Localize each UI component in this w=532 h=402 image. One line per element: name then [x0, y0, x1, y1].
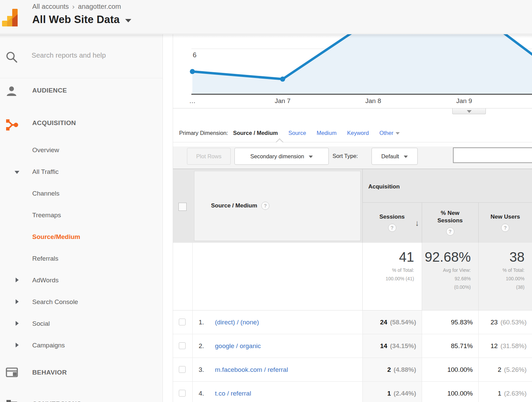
column-header-sessions[interactable]: Sessions ? ↓: [362, 203, 422, 243]
row-checkbox[interactable]: [179, 366, 186, 373]
plot-rows-button[interactable]: Plot Rows: [187, 148, 231, 165]
new-users-percent: (31.58%): [500, 342, 527, 350]
chevron-down-icon[interactable]: [15, 171, 19, 174]
totals-dimension-cell: [192, 243, 362, 310]
help-icon[interactable]: ?: [388, 224, 396, 232]
sidebar-item-treemaps[interactable]: Treemaps: [0, 210, 163, 221]
primary-dimension-link-keyword[interactable]: Keyword: [347, 130, 369, 136]
chart-data-point[interactable]: [280, 77, 285, 82]
column-header-new-users[interactable]: New Users ?: [478, 203, 532, 243]
table-row: 3.m.facebook.com / referral2(4.88%)100.0…: [173, 358, 532, 382]
totals-pct-new-sessions: 92.68% Avg for View:92.68%(0.00%): [422, 243, 478, 310]
dimension-header-inner: Source / Medium ?: [194, 171, 361, 241]
sessions-header-label: Sessions: [379, 213, 405, 221]
new-users-header-label: New Users: [491, 213, 520, 221]
search-input[interactable]: [32, 51, 144, 59]
chevron-right-icon[interactable]: [16, 343, 19, 347]
sessions-chart: 6 …Jan 7Jan 8Jan 9: [173, 34, 532, 108]
row-rank: 2.: [199, 342, 215, 350]
chevron-right-icon[interactable]: [16, 299, 19, 304]
row-checkbox[interactable]: [179, 390, 186, 397]
sidebar-item-label: AUDIENCE: [32, 87, 67, 94]
row-new-users-cell: 1(2.63%): [478, 382, 532, 402]
row-sessions-content: 24(58.54%): [363, 310, 422, 334]
row-rank: 1.: [199, 319, 215, 326]
totals-pct-new-sessions-subtext: Avg for View:92.68%(0.00%): [422, 266, 471, 292]
sidebar-item-conversions[interactable]: CONVERSIONS: [0, 399, 163, 402]
row-dimension-cell: 3.m.facebook.com / referral: [192, 358, 362, 382]
row-checkbox[interactable]: [179, 342, 186, 349]
primary-dimension-link-source[interactable]: Source: [288, 130, 306, 136]
sidebar-item-label: ACQUISITION: [32, 119, 76, 127]
sidebar-item-search-console[interactable]: Search Console: [0, 297, 163, 308]
row-sessions-cell: 24(58.54%): [362, 310, 422, 334]
select-all-checkbox[interactable]: [178, 203, 187, 211]
sidebar-search[interactable]: [0, 34, 163, 78]
row-pct-new-sessions-cell: 95.83%: [422, 310, 478, 334]
new-users-percent: (60.53%): [500, 319, 527, 326]
sidebar-item-all-traffic[interactable]: All Traffic: [0, 167, 163, 178]
sidebar-item-channels[interactable]: Channels: [0, 188, 163, 199]
row-rank: 4.: [199, 390, 215, 397]
chevron-right-icon[interactable]: [16, 278, 19, 282]
sidebar-item-referrals[interactable]: Referrals: [0, 254, 163, 264]
x-axis-label: Jan 8: [365, 97, 381, 105]
view-selector[interactable]: All Web Site Data: [32, 14, 131, 26]
sessions-percent: (58.54%): [390, 319, 416, 326]
primary-dimension-other-label: Other: [379, 130, 393, 136]
sort-type-dropdown[interactable]: Default: [372, 148, 418, 165]
sessions-percent: (34.15%): [390, 342, 416, 350]
row-new-users-content: 2(5.26%): [479, 358, 532, 381]
chevron-right-icon[interactable]: [16, 321, 19, 326]
row-checkbox-cell: [173, 382, 192, 402]
row-new-users-content: 1(2.63%): [479, 382, 532, 402]
sidebar-item-behavior[interactable]: BEHAVIOR: [0, 367, 163, 378]
chart-collapse-tab[interactable]: [452, 108, 486, 114]
primary-dimension-link-medium[interactable]: Medium: [317, 130, 337, 136]
row-dimension-content: 2.google / organic: [193, 334, 362, 358]
sort-descending-icon[interactable]: ↓: [415, 218, 419, 228]
breadcrumb-all-accounts[interactable]: All accounts: [32, 3, 69, 10]
help-icon[interactable]: ?: [446, 227, 454, 236]
row-new-users-cell: 2(5.26%): [478, 358, 532, 382]
row-sessions-content: 14(34.15%): [363, 334, 422, 358]
app-header: All accounts›anagotter.com All Web Site …: [0, 0, 532, 34]
acquisition-group-header: Acquisition: [362, 169, 532, 203]
row-pct-new-sessions-cell: 100.00%: [422, 382, 478, 402]
row-new-users-content: 23(60.53%): [479, 310, 532, 334]
help-icon[interactable]: ?: [501, 224, 509, 232]
source-medium-link[interactable]: m.facebook.com / referral: [215, 366, 288, 374]
x-axis-label: Jan 9: [456, 97, 472, 105]
search-icon: [5, 51, 18, 64]
totals-checkbox-cell: [173, 243, 192, 310]
sidebar-item-acquisition[interactable]: ACQUISITION: [0, 118, 163, 129]
sidebar-item-source-medium[interactable]: Source/Medium: [0, 232, 163, 243]
help-icon[interactable]: ?: [261, 202, 269, 210]
x-axis-label: Jan 7: [275, 97, 290, 105]
column-header-pct-new-sessions[interactable]: % New Sessions ?: [422, 203, 478, 243]
primary-dimension-active-source-medium[interactable]: Source / Medium: [233, 130, 278, 136]
source-medium-link[interactable]: google / organic: [215, 342, 261, 350]
row-dimension-content: 1.(direct) / (none): [193, 310, 362, 334]
sort-type-label: Sort Type:: [332, 153, 358, 159]
secondary-dimension-label: Secondary dimension: [250, 153, 304, 160]
sidebar-item-audience[interactable]: AUDIENCE: [0, 85, 163, 96]
totals-pct-new-sessions-value: 92.68%: [422, 249, 471, 264]
row-checkbox[interactable]: [179, 319, 186, 325]
dimension-header-label: Source / Medium: [211, 202, 257, 209]
sidebar-item-social[interactable]: Social: [0, 319, 163, 329]
pct-new-sessions-value: 85.71%: [422, 334, 478, 358]
totals-row: 41 % of Total:100.00% (41) 92.68% Avg fo…: [173, 243, 532, 310]
primary-dimension-other[interactable]: Other: [379, 130, 400, 136]
sidebar-item-adwords[interactable]: AdWords: [0, 275, 163, 286]
chart-data-point[interactable]: [190, 69, 195, 74]
dimension-column-header[interactable]: Source / Medium ?: [192, 169, 362, 243]
breadcrumb-property[interactable]: anagotter.com: [78, 3, 121, 10]
row-dimension-cell: 1.(direct) / (none): [192, 310, 362, 334]
source-medium-link[interactable]: (direct) / (none): [215, 319, 259, 326]
source-medium-link[interactable]: t.co / referral: [215, 390, 251, 397]
sidebar-item-overview[interactable]: Overview: [0, 145, 163, 156]
secondary-dimension-button[interactable]: Secondary dimension: [234, 148, 329, 165]
table-search-input[interactable]: [453, 147, 532, 163]
sidebar-item-campaigns[interactable]: Campaigns: [0, 340, 163, 351]
